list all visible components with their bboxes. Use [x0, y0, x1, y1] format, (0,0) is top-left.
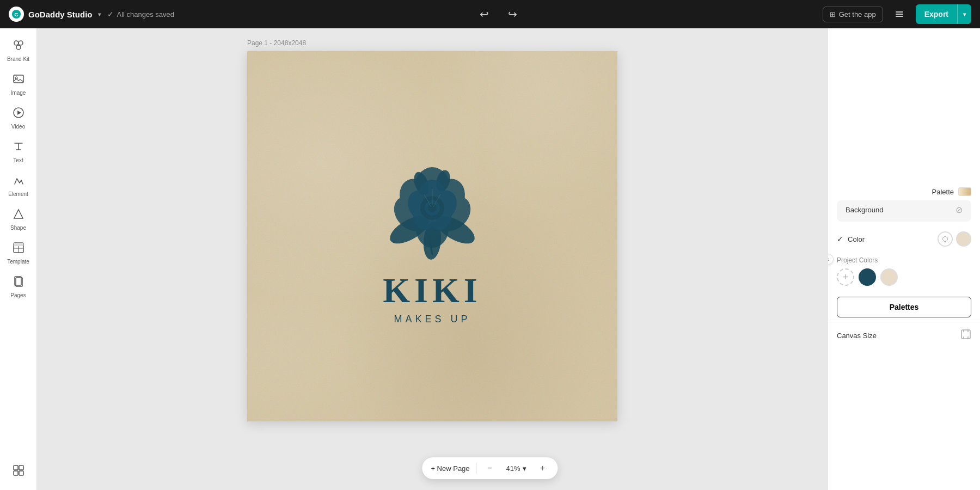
brand-tagline: MAKES UP — [394, 314, 470, 325]
zoom-minus-button[interactable]: − — [483, 462, 497, 475]
color-dot-dark-teal[interactable] — [859, 268, 876, 286]
canvas-area[interactable]: Page 1 - 2048x2048 — [37, 28, 828, 490]
export-label: Export — [916, 4, 958, 24]
color-dot-cream[interactable] — [880, 268, 898, 286]
logo-text: GoDaddy Studio — [28, 10, 93, 19]
sidebar-item-text[interactable]: Text — [3, 136, 34, 168]
topbar-center: ↩ ↪ — [474, 4, 522, 24]
color-row: ✓ Color — [828, 226, 980, 252]
video-icon — [13, 107, 24, 121]
palette-icon[interactable] — [958, 187, 971, 196]
divider — [476, 463, 477, 474]
add-color-button[interactable]: + — [837, 268, 854, 286]
zoom-value-display[interactable]: 41% ▾ — [503, 463, 530, 474]
project-colors-list: + — [837, 268, 971, 286]
rose-illustration — [372, 148, 492, 268]
svg-marker-11 — [17, 111, 21, 115]
image-label: Image — [11, 90, 26, 96]
brand-kit-icon — [13, 39, 24, 54]
get-app-label: Get the app — [839, 10, 876, 19]
template-label: Template — [7, 259, 29, 265]
sidebar-item-pages[interactable]: Pages — [3, 271, 34, 303]
color-swatch-transparent[interactable] — [938, 231, 953, 247]
get-app-button[interactable]: ⊞ Get the app — [823, 7, 883, 22]
sidebar-item-shape[interactable]: Shape — [3, 204, 34, 235]
element-icon — [13, 174, 24, 189]
canvas-wrapper[interactable]: KIKI MAKES UP — [247, 51, 617, 421]
topbar-right: ⊞ Get the app Export ▾ — [823, 4, 971, 24]
canvas-size-label: Canvas Size — [837, 332, 877, 340]
project-colors-section: Project Colors + — [828, 252, 980, 292]
brand-kit-label: Brand Kit — [7, 56, 29, 62]
text-icon — [13, 140, 24, 155]
palettes-button[interactable]: Palettes — [837, 297, 971, 317]
zoom-plus-button[interactable]: + — [536, 462, 549, 475]
inner-circle — [942, 236, 948, 242]
new-page-button[interactable]: + New Page — [431, 464, 469, 473]
svg-rect-3 — [896, 14, 903, 15]
zoom-percent: 41% — [506, 464, 520, 473]
svg-rect-20 — [14, 471, 18, 475]
sidebar-item-video[interactable]: Video — [3, 102, 34, 134]
template-icon — [13, 242, 24, 256]
sidebar-item-brand-kit[interactable]: Brand Kit — [3, 35, 34, 66]
project-colors-label: Project Colors — [837, 256, 971, 264]
canvas-size-row[interactable]: Canvas Size — [828, 322, 980, 348]
color-row-left: ✓ Color — [837, 235, 865, 243]
saved-text: All changes saved — [117, 10, 175, 19]
grid-icon — [13, 464, 24, 479]
export-dropdown-arrow: ▾ — [958, 4, 971, 24]
svg-text:G: G — [14, 11, 19, 17]
svg-rect-18 — [14, 465, 18, 470]
layers-button[interactable] — [890, 4, 909, 24]
color-label: Color — [848, 235, 865, 243]
canvas-design[interactable]: KIKI MAKES UP — [247, 51, 617, 421]
qr-icon: ⊞ — [830, 10, 836, 19]
canvas-size-icon — [960, 329, 971, 342]
svg-point-6 — [19, 41, 23, 45]
erase-icon[interactable]: ⊘ — [955, 205, 963, 215]
element-label: Element — [8, 191, 28, 197]
svg-rect-13 — [14, 243, 23, 246]
color-swatch-cream[interactable] — [956, 231, 971, 247]
svg-point-7 — [16, 45, 21, 50]
svg-rect-2 — [896, 11, 903, 13]
text-label: Text — [13, 157, 23, 163]
sidebar-item-template[interactable]: Template — [3, 237, 34, 269]
svg-rect-4 — [896, 16, 903, 17]
logo-content: KIKI MAKES UP — [372, 148, 492, 325]
check-icon: ✓ — [837, 235, 843, 243]
brand-name: KIKI — [383, 273, 481, 308]
logo-icon: G — [9, 7, 24, 22]
logo-button[interactable]: G GoDaddy Studio ▾ — [9, 7, 101, 22]
saved-status: ✓ All changes saved — [107, 10, 175, 19]
pages-icon — [13, 275, 24, 290]
svg-rect-19 — [19, 465, 23, 470]
background-label: Background — [846, 206, 883, 214]
main-area: Brand Kit Image Video — [0, 28, 980, 490]
undo-button[interactable]: ↩ — [474, 4, 494, 24]
shape-icon — [13, 208, 24, 223]
video-label: Video — [11, 124, 25, 130]
color-swatches — [938, 231, 971, 247]
topbar-left: G GoDaddy Studio ▾ ✓ All changes saved — [9, 7, 174, 22]
sidebar-item-grid[interactable] — [3, 460, 34, 483]
topbar: G GoDaddy Studio ▾ ✓ All changes saved ↩… — [0, 0, 980, 28]
saved-check-icon: ✓ — [107, 10, 114, 19]
logo-dropdown-arrow: ▾ — [98, 11, 101, 17]
bottom-controls: + New Page − 41% ▾ + — [422, 457, 558, 479]
export-button[interactable]: Export ▾ — [916, 4, 971, 24]
page-label: Page 1 - 2048x2048 — [247, 39, 306, 47]
svg-point-5 — [14, 41, 19, 45]
pages-label: Pages — [10, 292, 26, 298]
sidebar-item-image[interactable]: Image — [3, 69, 34, 100]
right-panel: ‹ Palette Background ⊘ ✓ Color — [828, 28, 980, 490]
background-row[interactable]: Background ⊘ — [837, 200, 971, 222]
svg-rect-44 — [961, 330, 970, 339]
left-sidebar: Brand Kit Image Video — [0, 28, 37, 490]
redo-button[interactable]: ↪ — [503, 4, 522, 24]
svg-rect-21 — [19, 471, 23, 475]
sidebar-item-element[interactable]: Element — [3, 170, 34, 201]
palette-label: Palette — [932, 188, 954, 196]
shape-label: Shape — [10, 225, 26, 231]
